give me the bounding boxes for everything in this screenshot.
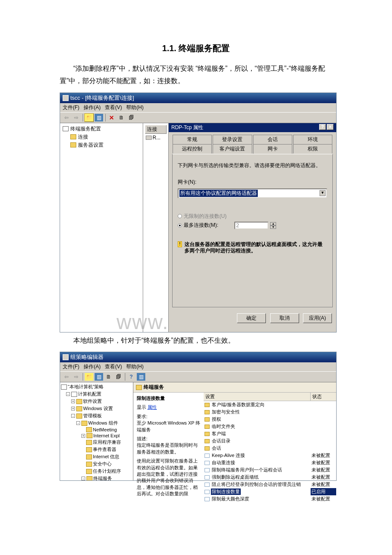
tree-event-viewer[interactable]: 事件查看器 — [61, 446, 132, 453]
setting-row[interactable]: 强制删除远程桌面墙纸未被配置 — [204, 474, 336, 481]
expand-icon[interactable]: + — [81, 434, 85, 438]
setting-row[interactable]: 会话目录 — [204, 437, 336, 445]
apply-button[interactable]: 应用(A) — [303, 313, 332, 323]
toolbar: ⇦ ⇨ 📁 ▥ ✕ 🗎 🗐 — [60, 112, 336, 123]
settings-rows: 客户端/服务器数据重定向加密与安全性授权临时文件夹客户端会话目录会话Keep-A… — [204, 401, 336, 503]
tree-admin-templates[interactable]: -管理模板 — [61, 412, 132, 419]
collapse-icon[interactable]: - — [76, 421, 80, 425]
up-button[interactable]: 📁 — [84, 113, 94, 122]
max-connections-input[interactable]: 2 — [234, 222, 268, 229]
properties-button[interactable]: 🗎 — [104, 373, 113, 381]
folder-icon — [205, 446, 210, 451]
collapse-icon[interactable]: - — [81, 477, 85, 480]
collapse-icon[interactable]: - — [66, 392, 70, 396]
dropdown-arrow-icon[interactable]: ▼ — [320, 190, 326, 196]
help-button[interactable]: ? — [127, 373, 136, 381]
tree-netmeeting[interactable]: NetMeeting — [61, 427, 132, 433]
tree-app-compat[interactable]: 应用程序兼容 — [61, 439, 132, 446]
tab-general[interactable]: 常规 — [173, 135, 212, 144]
setting-row[interactable]: 客户端/服务器数据重定向 — [204, 401, 336, 408]
back-button[interactable]: ⇦ — [62, 113, 71, 122]
menu-action[interactable]: 操作(A) — [84, 363, 101, 370]
list-item-rdp[interactable]: R... — [145, 134, 167, 142]
setting-row[interactable]: 限制最大颜色深度未被配置 — [204, 495, 336, 503]
setting-row[interactable]: 加密与安全性 — [204, 408, 336, 416]
details-button[interactable]: ▥ — [136, 373, 146, 381]
tree-security-center[interactable]: 安全中心 — [61, 460, 132, 468]
tree-windows-settings[interactable]: +Windows 设置 — [61, 405, 132, 412]
menu-help[interactable]: 帮助(H) — [126, 104, 144, 111]
menu-action[interactable]: 操作(A) — [84, 104, 101, 111]
tree-server-settings[interactable]: 服务器设置 — [63, 141, 140, 149]
ok-button[interactable]: 确定 — [237, 313, 266, 323]
tab-session[interactable]: 会话 — [253, 135, 292, 144]
properties-link[interactable]: 属性 — [147, 405, 157, 410]
up-button[interactable]: 📁 — [84, 373, 94, 381]
menu-file[interactable]: 文件(F) — [63, 363, 79, 370]
back-button[interactable]: ⇦ — [62, 373, 71, 381]
setting-row[interactable]: 会话 — [204, 445, 336, 452]
tab-env[interactable]: 环境 — [293, 135, 332, 144]
cancel-button[interactable]: 取消 — [270, 313, 299, 323]
delete-button[interactable]: ✕ — [107, 113, 116, 122]
setting-name-cell: 自动重连接 — [204, 459, 311, 466]
setting-name-cell: 会话目录 — [204, 437, 311, 445]
collapse-icon[interactable]: - — [71, 414, 75, 418]
folder-icon — [205, 432, 210, 436]
tree-software[interactable]: +软件设置 — [61, 398, 132, 405]
col-setting[interactable]: 设置 — [204, 393, 311, 401]
setting-status-cell: 未被配置 — [311, 481, 336, 488]
toolbar: ⇦ ⇨ 📁 ▥ 🗎 🗐 ? ▥ — [60, 371, 336, 382]
setting-icon — [205, 468, 210, 472]
tree-conn[interactable]: 连接 — [63, 133, 140, 141]
tree-computer-config[interactable]: -计算机配置 — [61, 390, 132, 398]
tab-client[interactable]: 客户端设置 — [213, 144, 252, 153]
tree-ie[interactable]: +Internet Expl — [61, 433, 132, 439]
menu-help[interactable]: 帮助(H) — [126, 363, 144, 370]
tab-nic[interactable]: 网卡 — [253, 144, 292, 154]
folder-icon — [70, 134, 76, 139]
tab-perm[interactable]: 权限 — [293, 144, 332, 153]
nic-select[interactable]: 所有用这个协议配置的网络适配器 ▼ — [178, 188, 327, 198]
setting-status-cell — [311, 430, 336, 437]
tree-iis[interactable]: Internet 信息 — [61, 453, 132, 460]
setting-row[interactable]: 授权 — [204, 416, 336, 423]
properties-button[interactable]: 🗎 — [117, 113, 126, 122]
crumb-bar: 终端服务 — [133, 382, 336, 393]
setting-row[interactable]: 自动重连接未被配置 — [204, 459, 336, 466]
setting-row[interactable]: Keep-Alive 连接未被配置 — [204, 452, 336, 459]
requirements: 要求: 至少 Microsoft Windows XP 终端服务 — [137, 413, 200, 433]
tree-terminal-services[interactable]: -终端服务 — [61, 475, 132, 480]
menu-view[interactable]: 查看(V) — [105, 104, 122, 111]
tab-remote[interactable]: 远程控制 — [173, 144, 212, 153]
list-button[interactable]: ▥ — [94, 113, 104, 122]
setting-row[interactable]: 客户端 — [204, 430, 336, 437]
menu-view[interactable]: 查看(V) — [105, 363, 122, 370]
col-status[interactable]: 状态 — [311, 393, 336, 401]
close-button[interactable]: × — [327, 124, 334, 130]
tree-task-scheduler[interactable]: 任务计划程序 — [61, 468, 132, 475]
setting-row[interactable]: 临时文件夹 — [204, 423, 336, 430]
tree-windows-components[interactable]: -Windows 组件 — [61, 419, 132, 427]
setting-icon — [205, 490, 210, 494]
tree-root[interactable]: “本地计算机”策略 — [61, 383, 132, 390]
spin-buttons[interactable]: ▲▼ — [270, 222, 276, 229]
setting-row[interactable]: 限制连接数量已启用 — [204, 488, 336, 495]
tab-login[interactable]: 登录设置 — [213, 135, 252, 144]
menu-file[interactable]: 文件(F) — [63, 104, 79, 111]
radio-max-conn[interactable]: 最多连接数(M): 2 ▲▼ — [178, 222, 327, 229]
tree-root[interactable]: 终端服务配置 — [63, 125, 140, 133]
setting-status-cell — [311, 401, 336, 408]
expand-icon[interactable]: + — [71, 399, 75, 403]
copy-button[interactable]: 🗐 — [127, 113, 136, 122]
forward-button[interactable]: ⇨ — [72, 373, 81, 381]
radio-unlimited[interactable]: 无限制的连接数(U) — [178, 213, 327, 220]
help-button[interactable]: ? — [319, 124, 326, 130]
setting-row[interactable]: 限制终端服务用户到一个远程会话未被配置 — [204, 466, 336, 474]
forward-button[interactable]: ⇨ — [72, 113, 81, 122]
setting-row[interactable]: 阻止将已经登录到控制台会话的管理员注销未被配置 — [204, 481, 336, 488]
expand-icon[interactable]: + — [71, 407, 75, 410]
list-column-header[interactable]: 连接 — [145, 125, 167, 134]
list-button[interactable]: ▥ — [94, 373, 104, 381]
copy-button[interactable]: 🗐 — [114, 373, 123, 381]
